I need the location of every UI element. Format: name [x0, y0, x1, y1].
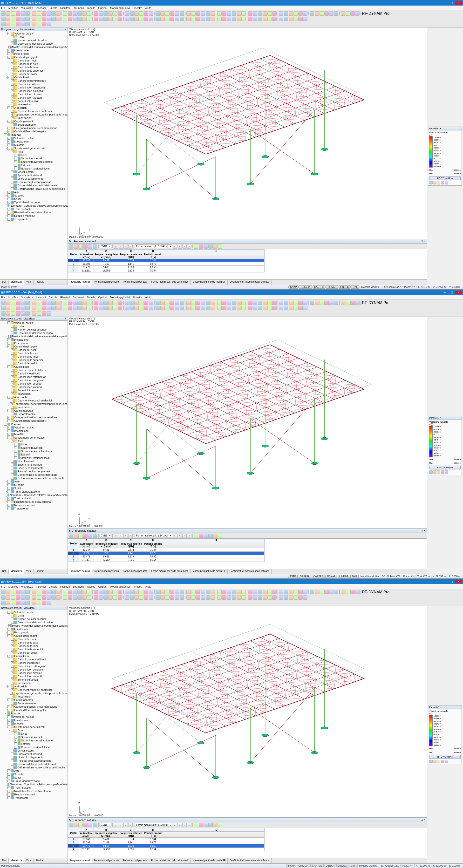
toolbar-button[interactable] [129, 17, 134, 21]
tree-node[interactable]: -Carichi generati [1, 409, 67, 412]
table-close-icon[interactable]: □ ✕ [421, 818, 426, 822]
tree-checkbox[interactable] [7, 144, 10, 146]
tree-label[interactable]: Valori dei carichi [14, 611, 33, 614]
tree-checkbox[interactable] [6, 494, 7, 496]
tree-node[interactable]: -Carichi degli oggetti [1, 56, 67, 59]
toolbar-button[interactable] [325, 11, 329, 16]
toolbar-button[interactable] [37, 301, 41, 305]
tree-checkbox[interactable] [7, 130, 10, 133]
toolbar-button[interactable] [170, 11, 174, 16]
toolbar-button[interactable] [232, 590, 236, 594]
table-tab[interactable]: Forme modali per asta [121, 280, 149, 285]
tree-checkbox[interactable] [11, 477, 14, 479]
toolbar-button[interactable] [37, 11, 41, 16]
toolbar-button[interactable] [180, 306, 184, 310]
tree-label[interactable]: Linee [21, 154, 28, 156]
table-nav-button[interactable]: « [173, 823, 177, 827]
toolbar-button[interactable] [113, 306, 118, 310]
toolbar-button[interactable] [248, 595, 252, 600]
toolbar-button[interactable] [108, 595, 113, 600]
tree-checkbox[interactable] [7, 722, 10, 725]
toolbar-button[interactable] [165, 306, 169, 310]
tree-toggle[interactable]: - [8, 440, 11, 442]
toolbar-button[interactable] [175, 11, 179, 16]
tree-checkbox[interactable] [10, 113, 12, 116]
tree-node[interactable]: -Altri carichi [1, 396, 67, 399]
toolbar-button[interactable] [156, 11, 160, 16]
tree-checkbox[interactable] [11, 59, 14, 62]
tree-label[interactable]: Altri carichi [14, 685, 27, 688]
toolbar-button[interactable] [68, 590, 72, 594]
toolbar-button[interactable] [160, 595, 165, 600]
tree-node[interactable]: Carichi dei nodi [1, 348, 67, 351]
table-tool-button[interactable] [83, 823, 88, 827]
toolbar-button[interactable] [303, 301, 307, 305]
tree-node[interactable]: Trasparente [1, 507, 67, 510]
toolbar-button[interactable] [21, 306, 25, 310]
toolbar-button[interactable] [144, 306, 148, 310]
toolbar-button[interactable] [51, 590, 56, 594]
legend-close-icon[interactable]: □ ✕ [438, 416, 441, 419]
toolbar-button[interactable] [149, 11, 153, 16]
toolbar-button[interactable] [134, 595, 138, 600]
tree-label[interactable]: Aste [14, 480, 20, 483]
tree-toggle[interactable]: - [5, 409, 7, 412]
tree-node[interactable]: Valori dei risultati [1, 426, 67, 429]
toolbar-button[interactable] [25, 301, 30, 305]
tree-toggle[interactable]: + [5, 790, 7, 792]
tree-node[interactable]: Contorni della superfici deformate [1, 473, 67, 476]
tree-toggle[interactable]: + [5, 201, 7, 204]
tree-checkbox[interactable] [7, 484, 10, 486]
tree-label[interactable]: Carichi delle linee [18, 355, 38, 358]
toolbar-button[interactable] [47, 22, 51, 26]
toolbar-button[interactable] [284, 306, 288, 310]
menu-item[interactable]: File [1, 6, 5, 9]
tree-label[interactable]: Cedimenti vincolari anelastici [18, 688, 52, 691]
status-toggle[interactable]: OSNAP [325, 575, 337, 578]
tree-checkbox[interactable] [11, 668, 14, 671]
toolbar-button[interactable] [325, 301, 329, 305]
tree-label[interactable]: Zone di influenza [18, 678, 38, 681]
tree-checkbox[interactable] [7, 32, 10, 35]
tree-label[interactable]: Intersezioni [18, 103, 31, 106]
tree-checkbox[interactable] [11, 110, 14, 113]
menu-item[interactable]: Aiuto [145, 6, 151, 9]
toolbar-button[interactable] [47, 600, 51, 605]
tree-checkbox[interactable] [7, 793, 10, 796]
tree-label[interactable]: Altri carichi [14, 396, 27, 399]
tree-label[interactable]: Categoria di azioni precompressione [14, 416, 57, 419]
tree-node[interactable]: Carichi liberi poligonali [1, 378, 67, 382]
tree-label[interactable]: Numeri dei casi di carico [18, 39, 47, 42]
toolbar-button[interactable] [87, 301, 91, 305]
legend-tool-button[interactable] [441, 181, 444, 184]
toolbar-button[interactable] [248, 11, 252, 16]
tree-checkbox[interactable] [11, 352, 14, 355]
table-nav-button[interactable]: › [123, 534, 128, 538]
table-tab[interactable]: Forme modali per nodo [92, 280, 121, 285]
tree-node[interactable]: Nervature - Contributo effettivo su supe… [1, 493, 67, 497]
table-nav-button[interactable]: « [173, 534, 177, 538]
table-close-icon[interactable]: □ ✕ [421, 529, 426, 532]
table-tool-button[interactable] [88, 244, 92, 249]
toolbar-button[interactable] [37, 595, 41, 600]
toolbar-button[interactable] [16, 600, 20, 605]
tree-checkbox[interactable] [11, 766, 14, 769]
toolbar-button[interactable] [25, 306, 30, 310]
toolbar-button[interactable] [6, 311, 10, 316]
toolbar-button[interactable] [37, 306, 41, 310]
tree-checkbox[interactable] [7, 338, 10, 341]
toolbar-button[interactable] [134, 17, 138, 21]
tree-label[interactable]: Sezioni trasversali [21, 157, 42, 160]
toolbar-button[interactable] [279, 306, 283, 310]
model-view[interactable]: Vibrazione naturale u [-]RF-DYNAM Pro, C… [68, 28, 427, 239]
tree-checkbox[interactable] [7, 789, 10, 793]
status-toggle[interactable]: CARTES [312, 285, 326, 289]
tree-checkbox[interactable] [11, 702, 14, 705]
tree-node[interactable]: Intestazione [1, 718, 67, 722]
tree-checkbox[interactable] [14, 739, 17, 742]
tree-checkbox[interactable] [7, 433, 10, 436]
table-nav-button[interactable]: » [187, 823, 191, 827]
tree-label[interactable]: Max/Min [14, 144, 24, 146]
menu-item[interactable]: Moduli aggiuntivi [110, 296, 130, 299]
tree-node[interactable]: +Superfici [1, 483, 67, 487]
